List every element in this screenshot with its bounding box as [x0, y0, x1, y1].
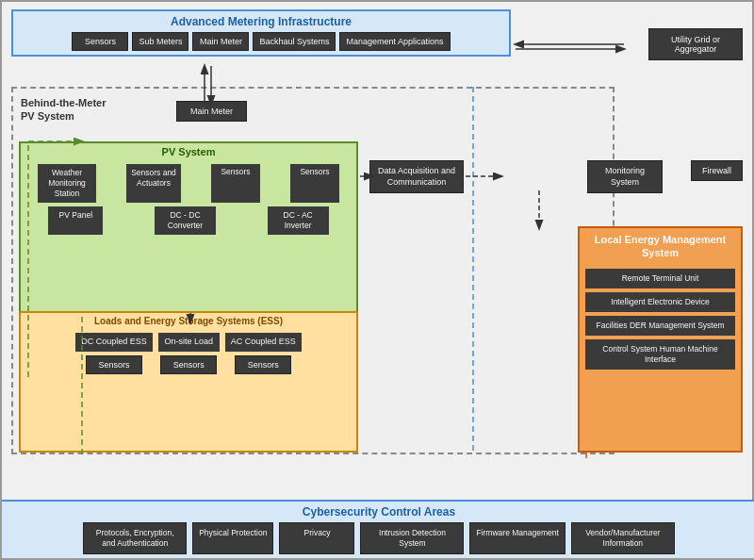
cyber-protocols: Protocols, Encryption, and Authenticatio…: [83, 522, 187, 554]
ami-box-backhaul: Backhaul Systems: [253, 32, 336, 51]
dc-dc-box: DC - DC Converter: [155, 206, 216, 235]
ami-boxes: Sensors Sub Meters Main Meter Backhaul S…: [17, 32, 505, 51]
pv-title: PV System: [21, 143, 356, 160]
data-acq-box: Data Acquisition and Communication: [369, 160, 464, 193]
lems-hmi: Control System Human Machine Interface: [585, 339, 735, 370]
pv-row2: PV Panel DC - DC Converter DC - AC Inver…: [25, 206, 352, 235]
dc-ac-box: DC - AC Inverter: [268, 206, 329, 235]
ess-title: Loads and Energy Storage Systems (ESS): [21, 313, 356, 329]
ess-col-dc: DC Coupled ESS Sensors: [75, 333, 153, 374]
pv-panel-box: PV Panel: [48, 206, 103, 235]
ac-coupled-box: AC Coupled ESS: [225, 333, 302, 352]
ess-sensor-onsite: Sensors: [160, 355, 217, 374]
utility-grid-box: Utility Grid or Aggregator: [648, 28, 743, 60]
pv-sensor1: Sensors: [211, 164, 260, 203]
cyber-physical: Physical Protection: [192, 522, 273, 554]
lems-section: Local Energy Management System Remote Te…: [578, 226, 743, 453]
ami-box-management: Management Applications: [339, 32, 450, 51]
pv-sensor2: Sensors: [290, 164, 339, 203]
cyber-privacy: Privacy: [279, 522, 354, 554]
lems-ied: Intelligent Electronic Device: [585, 292, 735, 312]
ami-box-mainmeter: Main Meter: [192, 32, 249, 51]
cyber-vendor: Vendor/Manufacturer Information: [571, 522, 675, 554]
cyber-intrusion: Intrusion Detection System: [360, 522, 464, 554]
ess-col-ac: AC Coupled ESS Sensors: [225, 333, 302, 374]
ess-sensor-ac: Sensors: [235, 355, 291, 374]
ami-box-submeters: Sub Meters: [132, 32, 188, 51]
firewall-box: Firewall: [691, 160, 743, 181]
pv-inner: Weather Monitoring Station Sensors and A…: [21, 160, 356, 239]
ess-sensor-dc: Sensors: [86, 355, 142, 374]
cyber-boxes: Protocols, Encryption, and Authenticatio…: [9, 522, 748, 554]
dc-coupled-box: DC Coupled ESS: [75, 333, 153, 352]
cyber-section: Cybersecurity Control Areas Protocols, E…: [2, 500, 754, 558]
ami-section: Advanced Metering Infrastructure Sensors…: [11, 9, 511, 57]
pv-section: PV System Weather Monitoring Station Sen…: [19, 141, 358, 321]
main-meter-box: Main Meter: [176, 101, 247, 122]
monitoring-box: Monitoring System: [587, 160, 663, 193]
ess-inner: DC Coupled ESS Sensors On-site Load Sens…: [21, 329, 356, 378]
lems-der: Facilities DER Management System: [585, 316, 735, 336]
main-container: Advanced Metering Infrastructure Sensors…: [0, 0, 754, 560]
ami-box-sensors: Sensors: [72, 32, 128, 51]
lems-title: Local Energy Management System: [580, 228, 741, 265]
onsite-load-box: On-site Load: [158, 333, 220, 352]
ess-section: Loads and Energy Storage Systems (ESS) D…: [19, 311, 358, 453]
lems-inner: Remote Terminal Unit Intelligent Electro…: [580, 265, 741, 373]
ess-col-onsite: On-site Load Sensors: [158, 333, 220, 374]
btm-label: Behind-the-MeterPV System: [21, 96, 106, 124]
ami-title: Advanced Metering Infrastructure: [17, 15, 505, 28]
lems-rtu: Remote Terminal Unit: [585, 269, 735, 288]
cyber-title: Cybersecurity Control Areas: [9, 505, 748, 519]
sensors-actuators-box: Sensors and Actuators: [126, 164, 181, 203]
cyber-firmware: Firmware Management: [469, 522, 565, 554]
weather-station-box: Weather Monitoring Station: [38, 164, 96, 203]
pv-row1: Weather Monitoring Station Sensors and A…: [25, 164, 352, 203]
